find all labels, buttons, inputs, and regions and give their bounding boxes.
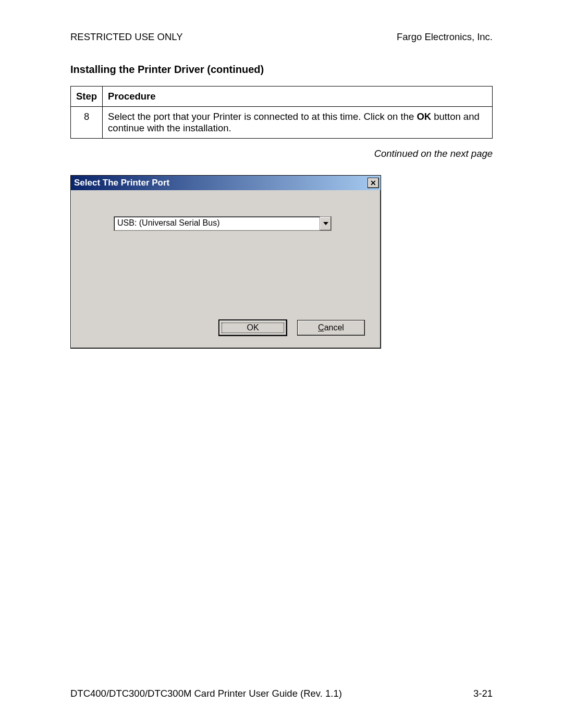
select-printer-port-dialog: Select The Printer Port ✕ USB: (Universa…: [70, 175, 381, 349]
ok-button[interactable]: OK: [219, 320, 287, 336]
cancel-rest: ancel: [324, 323, 344, 332]
port-dropdown-value: USB: (Universal Serial Bus): [114, 217, 320, 230]
cancel-label: Cancel: [318, 323, 344, 332]
dialog-body: USB: (Universal Serial Bus) OK Cancel: [71, 190, 381, 348]
table-header-row: Step Procedure: [71, 87, 493, 107]
page-footer: DTC400/DTC300/DTC300M Card Printer User …: [70, 688, 493, 699]
svg-marker-0: [323, 222, 328, 225]
procedure-table: Step Procedure 8 Select the port that yo…: [70, 86, 493, 139]
procedure-cell: Select the port that your Printer is con…: [103, 107, 493, 139]
step-number: 8: [71, 107, 103, 139]
section-title: Installing the Printer Driver (continued…: [70, 64, 493, 76]
page-header: RESTRICTED USE ONLY Fargo Electronics, I…: [70, 31, 493, 43]
port-dropdown[interactable]: USB: (Universal Serial Bus): [114, 216, 332, 231]
col-procedure: Procedure: [103, 87, 493, 107]
cancel-button[interactable]: Cancel: [297, 320, 365, 336]
col-step: Step: [71, 87, 103, 107]
dropdown-button[interactable]: [320, 217, 331, 230]
proc-text-bold: OK: [417, 111, 431, 122]
footer-right: 3-21: [473, 688, 493, 699]
dialog-button-row: OK Cancel: [219, 320, 365, 336]
cancel-mnemonic: C: [318, 323, 324, 332]
proc-text-pre: Select the port that your Printer is con…: [108, 111, 417, 122]
table-row: 8 Select the port that your Printer is c…: [71, 107, 493, 139]
close-icon: ✕: [370, 179, 376, 187]
continued-note: Continued on the next page: [70, 148, 493, 159]
header-right: Fargo Electronics, Inc.: [397, 31, 493, 43]
dialog-title: Select The Printer Port: [74, 178, 368, 188]
dialog-titlebar[interactable]: Select The Printer Port ✕: [71, 176, 381, 190]
footer-left: DTC400/DTC300/DTC300M Card Printer User …: [70, 688, 342, 699]
chevron-down-icon: [323, 222, 328, 225]
document-page: RESTRICTED USE ONLY Fargo Electronics, I…: [0, 0, 563, 728]
header-left: RESTRICTED USE ONLY: [70, 31, 183, 43]
ok-label: OK: [247, 323, 259, 332]
close-button[interactable]: ✕: [368, 178, 379, 188]
